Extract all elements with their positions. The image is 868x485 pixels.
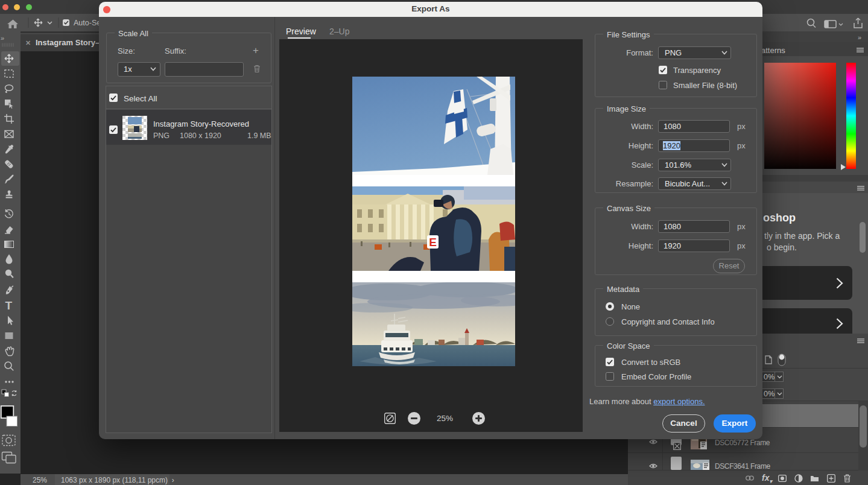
svg-text:T: T <box>5 299 13 312</box>
svg-text:E: E <box>429 236 437 249</box>
svg-text:Auto-Sel: Auto-Sel <box>74 19 103 27</box>
svg-text:»: » <box>1 34 4 42</box>
